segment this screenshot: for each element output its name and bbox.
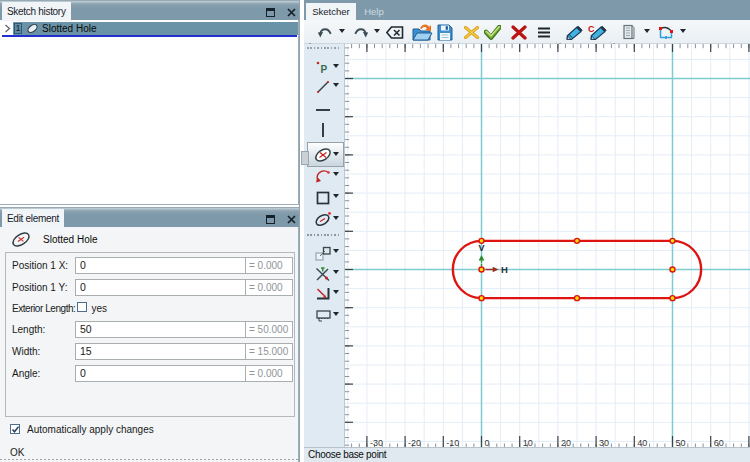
svg-text:20: 20 (561, 438, 571, 448)
svg-text:40: 40 (637, 438, 647, 448)
svg-text:10: 10 (523, 438, 533, 448)
svg-text:V: V (478, 243, 484, 253)
svg-text:C: C (588, 24, 595, 34)
svg-text:-10: -10 (446, 438, 459, 448)
svg-text:-20: -20 (408, 438, 421, 448)
svg-text:-30: -30 (370, 438, 383, 448)
svg-text:30: 30 (599, 438, 609, 448)
svg-text:60: 60 (714, 438, 724, 448)
svg-text:0: 0 (485, 438, 490, 448)
svg-text:50: 50 (676, 438, 686, 448)
svg-text:P: P (321, 64, 328, 75)
svg-text:H: H (501, 264, 508, 275)
